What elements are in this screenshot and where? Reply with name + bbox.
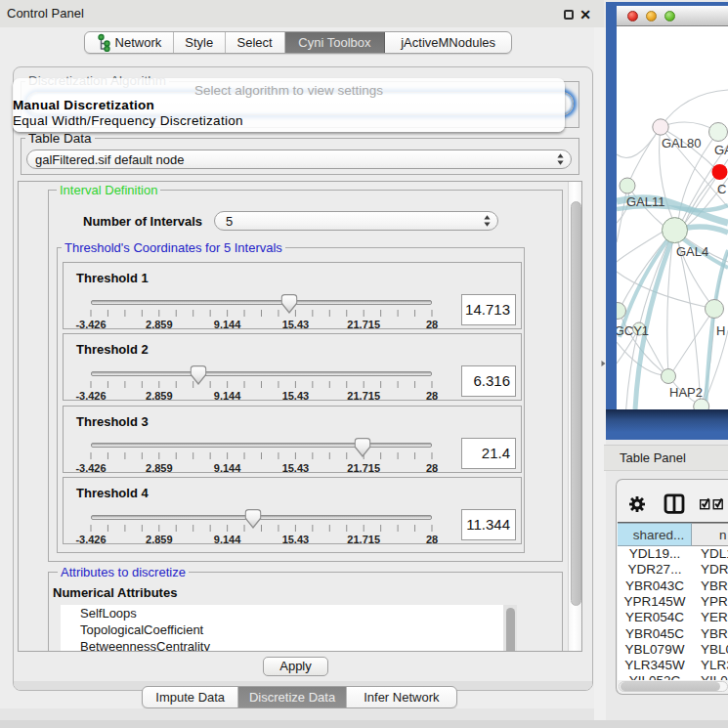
- svg-text:GA: GA: [714, 143, 728, 157]
- svg-text:H: H: [716, 323, 725, 338]
- svg-text:GCY1: GCY1: [617, 323, 649, 338]
- svg-text:GAL80: GAL80: [662, 136, 701, 150]
- svg-text:GAL11: GAL11: [626, 194, 665, 209]
- svg-text:C: C: [717, 182, 726, 196]
- svg-text:GAL4: GAL4: [676, 244, 708, 259]
- svg-text:HAP2: HAP2: [669, 385, 703, 400]
